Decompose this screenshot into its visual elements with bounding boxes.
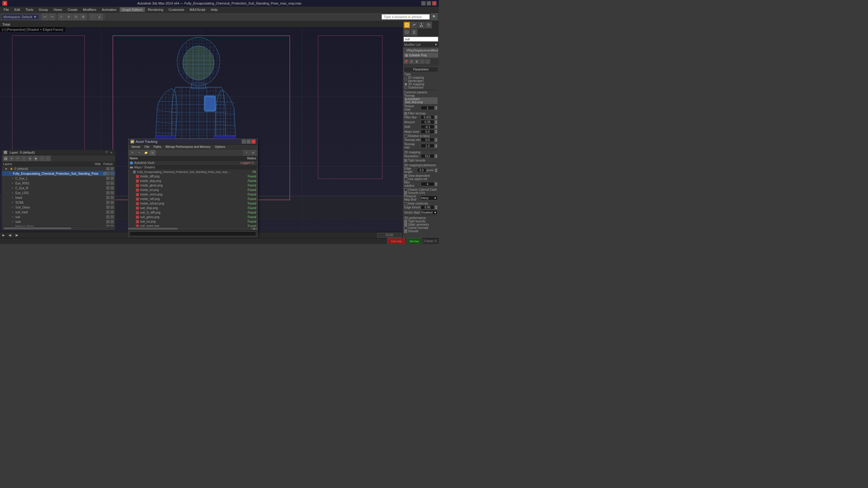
vp-step-fwd[interactable]: |▶ [14, 233, 20, 238]
at-asset-row[interactable]: Maps / Shaders [128, 165, 257, 170]
view-dependent-checkbox[interactable]: ✓ [404, 174, 407, 177]
at-asset-row[interactable]: suit_G_diff.png Found [128, 210, 257, 215]
filter-texmap-row[interactable]: ✓ Filter texmap [404, 112, 438, 115]
type-3d-radio[interactable]: 3D mapping [404, 83, 438, 86]
layers-tb-add[interactable]: + [15, 156, 21, 161]
menu-views[interactable]: Views [51, 7, 64, 12]
menu-rendering[interactable]: Rendering [146, 7, 166, 12]
menu-animation[interactable]: Animation [99, 7, 119, 12]
maximize-button[interactable]: □ [427, 1, 431, 5]
classic-catmull-checkbox[interactable] [404, 188, 407, 191]
edge-thresh-input[interactable] [421, 205, 434, 209]
layers-tb-delete[interactable]: ✕ [9, 156, 14, 161]
layer-freeze-ctrl[interactable] [110, 176, 114, 180]
layer-hide-ctrl[interactable] [106, 167, 110, 170]
use-object-mtl-row[interactable]: Use object mtl [404, 177, 438, 181]
filter-blur-spinner[interactable]: ▲ ▼ [435, 115, 438, 119]
mod-tb-up[interactable]: ↑ [420, 59, 425, 64]
amount-down[interactable]: ▼ [435, 122, 438, 124]
layer-item[interactable]: ▪ sole [2, 219, 115, 224]
tb-select[interactable]: ↖ [58, 13, 65, 20]
texmap-id[interactable]: ip #1018347 (suit_disp.png) [404, 97, 438, 104]
layer-item[interactable]: ▪ head [2, 195, 115, 200]
layer-freeze-ctrl[interactable] [110, 225, 114, 227]
resolution-input[interactable] [421, 154, 434, 158]
at-close-button[interactable]: × [251, 139, 255, 144]
cache-normals-row[interactable]: Cache normals [404, 226, 438, 230]
max-subdivs-down[interactable]: ▼ [435, 184, 438, 186]
vector-displ-dropdown[interactable]: Disabled ▼ [420, 210, 438, 215]
layer-freeze-ctrl[interactable] [110, 210, 114, 214]
layers-close-button[interactable]: × [110, 151, 113, 154]
layer-freeze-ctrl[interactable] [110, 196, 114, 199]
resolution-down[interactable]: ▼ [435, 156, 438, 158]
rp-icon-hierarchy[interactable] [418, 22, 425, 28]
max-subdivs-up[interactable]: ▲ [435, 182, 438, 184]
layers-tb-move-up[interactable]: ↑ [39, 156, 44, 161]
layers-hide-btn[interactable]: Hide [93, 162, 102, 166]
at-minimize-button[interactable]: − [242, 139, 246, 144]
layer-hide-ctrl[interactable] [106, 172, 110, 175]
menu-graph-editors[interactable]: Graph Editors [120, 7, 145, 12]
tight-bounds-2-row[interactable]: ✓ Tight bounds [404, 220, 438, 223]
filter-blur-input[interactable] [421, 115, 434, 119]
layer-item[interactable]: ▪ SCBA [2, 200, 115, 205]
smooth-uvs-checkbox[interactable]: ✓ [404, 192, 407, 195]
resolution-spinner[interactable]: ▲ ▼ [435, 154, 438, 158]
menu-help[interactable]: Help [208, 7, 220, 12]
max-subdivs-input[interactable] [421, 182, 434, 186]
at-path-input[interactable] [130, 231, 256, 236]
tb-snap[interactable]: ⋮ [89, 13, 96, 20]
vp-play[interactable]: ▶ [1, 233, 6, 238]
modifier-search-input[interactable] [404, 37, 438, 41]
edge-length-spinner[interactable]: ▲ ▼ [435, 168, 438, 172]
layer-item[interactable]: ▪ suit [2, 215, 115, 219]
shift-down[interactable]: ▼ [435, 127, 438, 129]
at-tb-folder[interactable]: 📁 [143, 150, 149, 156]
water-level-up[interactable]: ▲ [435, 130, 438, 132]
texture-chan-input[interactable] [421, 106, 434, 110]
smooth-row[interactable]: ✓ Smooth [404, 230, 438, 233]
layer-hide-ctrl[interactable] [106, 205, 110, 209]
texmap-max-input[interactable] [421, 144, 434, 148]
layer-freeze-ctrl[interactable] [110, 186, 114, 190]
layer-item[interactable]: ▪ C_Eye_L [2, 176, 115, 181]
keep-continuity-row[interactable]: keep continuity [404, 202, 438, 205]
search-button[interactable]: 🔍 [431, 13, 438, 20]
mod-tb-configure[interactable]: ⚙ [409, 59, 414, 64]
view-dependent-row[interactable]: ✓ View-dependent [404, 174, 438, 177]
texmap-max-spinner[interactable]: ▲ ▼ [435, 144, 438, 148]
vp-step-back[interactable]: ◀| [7, 233, 13, 238]
at-maximize-button[interactable]: □ [247, 139, 251, 144]
layers-tb-move-down[interactable]: ↓ [45, 156, 51, 161]
amount-up[interactable]: ▲ [435, 120, 438, 122]
cache-normals-checkbox[interactable] [404, 227, 407, 230]
menu-edit[interactable]: Edit [12, 7, 23, 12]
minimize-button[interactable]: − [421, 1, 426, 5]
shift-up[interactable]: ▲ [435, 125, 438, 127]
rp-icon-display[interactable] [404, 29, 410, 36]
menu-file[interactable]: File [1, 7, 11, 12]
classic-catmull-row[interactable]: Classic Catmull-Clark [404, 188, 438, 191]
rp-icon-motion[interactable] [425, 22, 432, 28]
texture-chan-down[interactable]: ▼ [435, 108, 438, 110]
rp-icon-modify[interactable] [411, 22, 417, 28]
layers-tb-new[interactable] [3, 156, 8, 161]
vp-time-slider[interactable]: 0/100 [377, 233, 401, 238]
rp-icon-utilities[interactable] [411, 29, 417, 36]
at-horizontal-scrollbar[interactable]: ▶ [128, 227, 257, 230]
workspace-selector[interactable]: Workspace: Default ▼ [1, 14, 39, 20]
at-asset-row[interactable]: suit_gloss.png Found [128, 215, 257, 219]
preserve-map-bnd-dropdown[interactable]: Interp ▼ [420, 195, 438, 200]
amount-input[interactable] [421, 120, 434, 124]
menu-tools[interactable]: Tools [23, 7, 36, 12]
at-menu-paths[interactable]: Paths [152, 145, 163, 149]
smooth-uvs-row[interactable]: ✓ Smooth UVs [404, 191, 438, 195]
layers-help-button[interactable]: ? [104, 151, 108, 154]
close-button[interactable]: × [432, 1, 436, 5]
layer-freeze-ctrl[interactable] [110, 201, 114, 204]
layers-tb-select[interactable]: ◈ [27, 156, 33, 161]
layer-hide-ctrl[interactable] [106, 215, 110, 219]
texture-chan-spinner[interactable]: ▲ ▼ [435, 106, 438, 110]
layers-horizontal-scrollbar[interactable] [2, 227, 115, 230]
